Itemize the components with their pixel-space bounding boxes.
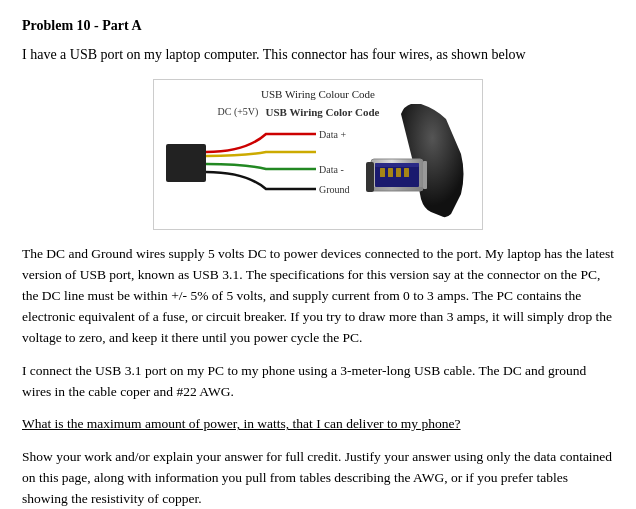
intro-text: I have a USB port on my laptop computer.…	[22, 44, 614, 65]
usb-connector-svg	[366, 104, 471, 219]
question: What is the maximum amount of power, in …	[22, 414, 614, 435]
svg-rect-7	[380, 168, 385, 177]
show-work: Show your work and/or explain your answe…	[22, 447, 614, 509]
paragraph2: I connect the USB 3.1 port on my PC to m…	[22, 361, 614, 403]
svg-rect-12	[423, 161, 427, 189]
usb-connector-image	[366, 104, 471, 219]
wires-svg: Data + Data - Ground	[166, 104, 356, 219]
svg-text:Ground: Ground	[319, 184, 350, 195]
svg-rect-9	[396, 168, 401, 177]
svg-rect-6	[375, 163, 419, 167]
svg-text:Data -: Data -	[319, 164, 344, 175]
svg-rect-11	[371, 187, 423, 191]
svg-text:Data +: Data +	[319, 129, 346, 140]
svg-rect-8	[388, 168, 393, 177]
svg-rect-0	[166, 144, 206, 182]
svg-rect-13	[366, 162, 374, 192]
diagram-title: USB Wiring Colour Code	[164, 88, 472, 100]
problem-title: Problem 10 - Part A	[22, 18, 614, 34]
paragraph1: The DC and Ground wires supply 5 volts D…	[22, 244, 614, 349]
svg-rect-10	[404, 168, 409, 177]
usb-diagram: USB Wiring Colour Code DC (+5V) USB Wiri…	[153, 79, 483, 230]
